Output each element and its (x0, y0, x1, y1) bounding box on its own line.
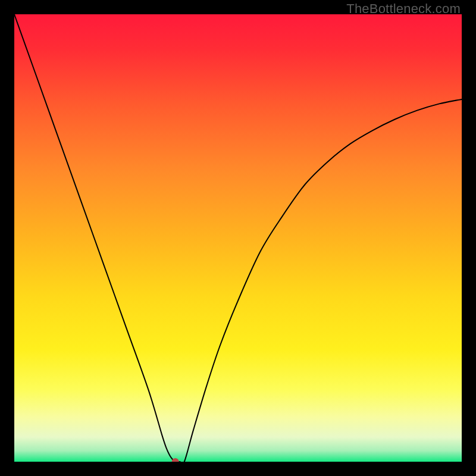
chart-canvas (14, 14, 462, 462)
gradient-background (14, 14, 462, 462)
watermark-text: TheBottleneck.com (346, 1, 461, 17)
plot-area (14, 14, 462, 462)
